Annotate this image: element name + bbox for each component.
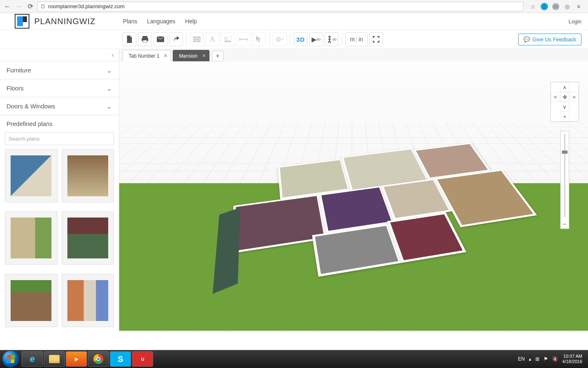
sidebar-cat-floors[interactable]: Floors⌄ (0, 79, 119, 97)
svg-point-12 (225, 38, 227, 39)
zoom-handle[interactable] (562, 150, 568, 154)
menu-help[interactable]: Help (185, 18, 197, 25)
plan-thumbnail[interactable] (62, 149, 114, 202)
chevron-down-icon: ⌄ (106, 84, 112, 93)
sidebar-cat-furniture[interactable]: Furniture⌄ (0, 61, 119, 79)
navigation-pad: ∧ <✥> ∨ + (550, 82, 579, 122)
play-3d-button[interactable]: ▶3D (309, 32, 323, 46)
taskbar-media[interactable]: ▶ (66, 351, 87, 367)
tray-volume-icon[interactable]: 🔇 (552, 356, 558, 362)
top-menu: Plans Languages Help (123, 18, 197, 25)
plan-tabs: Tab Number 1✕ Mansion✕ + (119, 49, 588, 61)
browser-menu-icon[interactable]: ≡ (575, 3, 582, 10)
plan-tab[interactable]: Tab Number 1✕ (122, 50, 171, 61)
tray-chevron-icon[interactable]: ▴ (529, 356, 531, 362)
skype-extension-icon[interactable]: S (541, 3, 548, 10)
image-tool-button[interactable] (221, 32, 235, 46)
main-toolbar: A ⚙▾ 3D ▶3D 3D m|in 💬 Give Us Feedback (0, 29, 588, 49)
tray-flag-icon[interactable]: ⚑ (543, 356, 548, 362)
taskbar-skype[interactable]: S (110, 351, 131, 367)
browser-url-text: roomplanner3d.planningwiz.com (48, 3, 125, 9)
menu-languages[interactable]: Languages (147, 18, 175, 25)
tray-clock[interactable]: 10:37 AM 4/18/2016 (562, 354, 582, 364)
sidebar: ‹ Furniture⌄ Floors⌄ Doors & Windows⌄ Pr… (0, 49, 119, 332)
new-file-button[interactable] (122, 32, 136, 46)
windows-taskbar: e ▶ S ∪ EN ▴ ⊞ ⚑ 🔇 10:37 AM 4/18/2016 (0, 350, 588, 368)
svg-rect-0 (143, 36, 147, 38)
close-icon[interactable]: ✕ (202, 53, 206, 58)
svg-rect-2 (143, 40, 147, 43)
search-plans-input[interactable]: Search plans (5, 132, 114, 145)
sidebar-collapse-button[interactable]: ‹ (0, 49, 119, 61)
browser-reload-button[interactable]: ⟳ (26, 2, 34, 11)
logo-mark-icon (15, 14, 29, 29)
walkthrough-button[interactable]: 3D (325, 32, 339, 46)
globe-icon: 🗋 (40, 3, 46, 9)
view-3d-button[interactable]: 3D (294, 32, 307, 46)
system-tray: EN ▴ ⊞ ⚑ 🔇 10:37 AM 4/18/2016 (518, 354, 586, 364)
taskbar-chrome[interactable] (88, 351, 109, 367)
browser-back-button[interactable]: ← (3, 2, 11, 11)
browser-url-input[interactable]: 🗋 roomplanner3d.planningwiz.com (38, 2, 523, 11)
svg-rect-6 (193, 38, 195, 40)
print-button[interactable] (138, 32, 152, 46)
tray-action-center-icon[interactable]: ⊞ (535, 356, 539, 362)
select-tool-button[interactable] (252, 32, 266, 46)
share-button[interactable] (169, 32, 183, 46)
plan-tab[interactable]: Mansion✕ (173, 50, 209, 61)
browser-forward-button[interactable]: → (15, 2, 23, 11)
workspace: ‹ Furniture⌄ Floors⌄ Doors & Windows⌄ Pr… (0, 49, 588, 332)
search-extension-icon[interactable]: ◎ (564, 3, 571, 10)
menu-plans[interactable]: Plans (123, 18, 137, 25)
plan-thumbnail[interactable] (62, 211, 114, 265)
browser-toolbar: ← → ⟳ 🗋 roomplanner3d.planningwiz.com ☆ … (0, 0, 588, 13)
taskbar-app[interactable]: ∪ (132, 351, 153, 367)
nav-left-button[interactable]: < (551, 92, 560, 102)
plan-thumbnail[interactable] (5, 211, 58, 265)
settings-button[interactable]: ⚙▾ (273, 32, 287, 46)
svg-rect-9 (193, 40, 196, 42)
add-tab-button[interactable]: + (212, 51, 223, 61)
dimension-tool-button[interactable] (236, 32, 250, 46)
feedback-button[interactable]: 💬 Give Us Feedback (518, 34, 581, 45)
wall-tool-button[interactable] (190, 32, 204, 46)
predefined-plans-heading: Predefined plans (0, 115, 119, 130)
taskbar-explorer[interactable] (44, 351, 65, 367)
nav-down-button[interactable]: ∨ (560, 102, 570, 112)
svg-rect-10 (197, 40, 200, 42)
svg-rect-4 (193, 36, 196, 38)
taskbar-ie[interactable]: e (22, 351, 43, 367)
logo-text: PLANNINGWIZ (34, 17, 96, 26)
email-button[interactable] (154, 32, 167, 46)
zoom-out-button[interactable]: − (561, 220, 569, 229)
fullscreen-button[interactable] (369, 32, 383, 46)
zoom-slider[interactable]: − (560, 131, 569, 229)
zoom-in-button[interactable]: + (560, 112, 570, 121)
app-topbar: PLANNINGWIZ Plans Languages Help Login (0, 13, 588, 29)
start-button[interactable] (2, 351, 19, 367)
tray-language[interactable]: EN (518, 356, 525, 362)
browser-extension-row: ☆ S m ◎ ≡ (527, 3, 585, 10)
units-toggle-button[interactable]: m|in (345, 32, 368, 46)
bookmark-star-icon[interactable]: ☆ (529, 3, 537, 10)
svg-point-13 (328, 36, 330, 38)
plan-thumbnail[interactable] (5, 149, 58, 202)
feedback-label: Give Us Feedback (532, 36, 576, 43)
m-extension-icon[interactable]: m (552, 3, 559, 10)
text-tool-button[interactable]: A (205, 32, 219, 46)
logo[interactable]: PLANNINGWIZ (7, 14, 123, 29)
zoom-track[interactable] (564, 134, 566, 217)
comment-icon: 💬 (523, 36, 530, 43)
close-icon[interactable]: ✕ (164, 53, 167, 58)
svg-rect-5 (197, 36, 200, 38)
plan-thumbnail-grid (0, 149, 119, 332)
login-link[interactable]: Login (568, 18, 581, 25)
plan-thumbnail[interactable] (62, 274, 114, 327)
sidebar-cat-doors-windows[interactable]: Doors & Windows⌄ (0, 97, 119, 115)
nav-right-button[interactable]: > (569, 92, 579, 102)
viewport-3d[interactable]: ∧ <✥> ∨ + − (119, 61, 588, 332)
nav-center-button[interactable]: ✥ (560, 92, 570, 102)
nav-up-button[interactable]: ∧ (560, 82, 570, 92)
tray-time: 10:37 AM (562, 354, 582, 359)
plan-thumbnail[interactable] (5, 274, 58, 327)
